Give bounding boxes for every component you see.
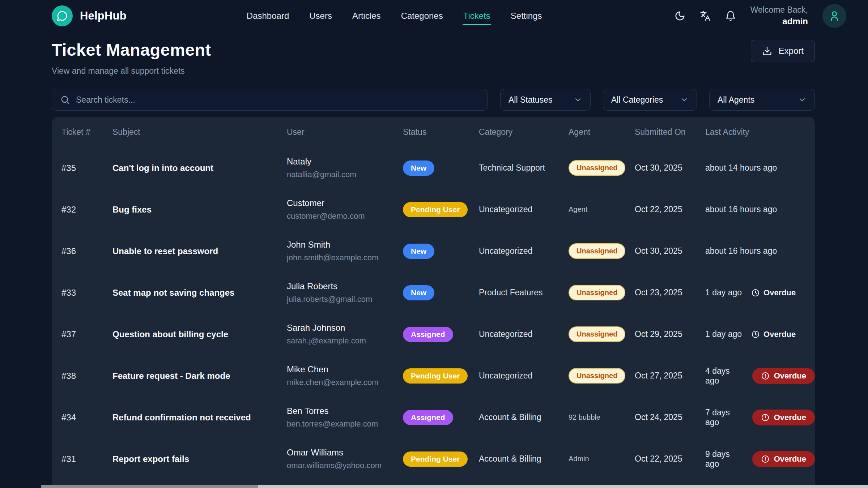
ticket-category: Uncategorized	[479, 205, 569, 214]
last-activity-cell: 7 days ago Overdue	[705, 408, 815, 427]
status-cell: Pending User	[403, 202, 479, 217]
status-cell: New	[403, 285, 479, 300]
last-activity-cell: 1 day ago Overdue	[705, 329, 815, 339]
brand-name: HelpHub	[80, 9, 127, 22]
column-header-activity: Last Activity	[705, 127, 815, 137]
category-filter-dropdown[interactable]: All Categories	[603, 89, 697, 111]
submitted-date: Oct 27, 2025	[635, 371, 705, 381]
last-activity-text: about 16 hours ago	[705, 246, 777, 256]
ticket-subject[interactable]: Seat map not saving changes	[112, 288, 287, 298]
user-name: Omar Williams	[287, 448, 403, 458]
ticket-subject[interactable]: Can't log in into account	[112, 163, 287, 173]
agent-name: Agent	[569, 205, 587, 213]
search-input[interactable]	[76, 95, 480, 105]
table-row[interactable]: #35 Can't log in into account Nataly nat…	[52, 147, 815, 189]
overdue-label: Overdue	[763, 330, 796, 339]
page-title: Ticket Management	[52, 40, 211, 60]
agent-cell: Unassigned	[569, 160, 635, 176]
status-cell: New	[403, 160, 479, 176]
status-cell: New	[403, 244, 479, 259]
table-row[interactable]: #33 Seat map not saving changes Julia Ro…	[52, 272, 815, 313]
chevron-down-icon	[798, 95, 807, 104]
agent-cell: Admin	[569, 455, 635, 463]
last-activity-cell: 9 days ago Overdue	[705, 449, 815, 469]
unassigned-badge: Unassigned	[569, 326, 625, 342]
column-header-category: Category	[479, 127, 569, 137]
ticket-category: Account & Billing	[479, 454, 569, 464]
overdue-label: Overdue	[774, 413, 806, 422]
ticket-number: #32	[61, 205, 112, 215]
table-row[interactable]: #34 Refund confirmation not received Ben…	[52, 397, 815, 438]
ticket-category: Uncategorized	[479, 371, 569, 381]
table-row[interactable]: #32 Bug fixes Customer customer@demo.com…	[52, 189, 815, 230]
bell-icon[interactable]	[725, 10, 736, 21]
column-header-submitted: Submitted On	[635, 127, 705, 137]
nav-item-categories[interactable]: Categories	[400, 1, 444, 30]
last-activity-text: 4 days ago	[705, 366, 743, 386]
submitted-date: Oct 29, 2025	[635, 329, 705, 339]
status-filter-dropdown[interactable]: All Statuses	[500, 89, 591, 111]
column-header-agent: Agent	[569, 127, 635, 137]
nav-item-articles[interactable]: Articles	[352, 1, 382, 30]
agent-filter-value: All Agents	[718, 95, 754, 105]
nav-item-users[interactable]: Users	[309, 1, 333, 30]
export-button[interactable]: Export	[751, 40, 815, 62]
languages-icon[interactable]	[700, 10, 711, 21]
agent-cell: Unassigned	[569, 243, 635, 259]
last-activity-text: about 14 hours ago	[705, 163, 777, 173]
nav-item-dashboard[interactable]: Dashboard	[246, 1, 290, 30]
ticket-number: #36	[61, 246, 112, 256]
ticket-subject[interactable]: Question about billing cycle	[112, 329, 287, 339]
ticket-category: Product Features	[479, 288, 569, 297]
column-header-subject: Subject	[112, 127, 287, 137]
overdue-label: Overdue	[763, 288, 796, 297]
moon-icon[interactable]	[675, 10, 685, 21]
username: admin	[750, 16, 808, 27]
user-avatar[interactable]	[822, 4, 846, 28]
user-name: Ben Torres	[287, 406, 403, 416]
status-cell: Assigned	[403, 410, 479, 425]
ticket-user: John Smith john.smith@example.com	[287, 240, 403, 262]
status-cell: Pending User	[403, 451, 479, 467]
ticket-subject[interactable]: Report export fails	[112, 454, 287, 464]
table-row[interactable]: #36 Unable to reset password John Smith …	[52, 230, 815, 272]
helphub-logo	[52, 5, 73, 26]
user-icon	[828, 10, 841, 22]
nav-item-settings[interactable]: Settings	[510, 1, 543, 30]
last-activity-cell: about 16 hours ago	[705, 246, 815, 256]
user-name: John Smith	[287, 240, 403, 250]
last-activity-text: 1 day ago	[705, 329, 742, 339]
agent-name: Admin	[569, 455, 589, 463]
ticket-subject[interactable]: Unable to reset password	[112, 246, 287, 256]
nav-item-tickets[interactable]: Tickets	[463, 1, 491, 30]
last-activity-cell: 1 day ago Overdue	[705, 288, 815, 297]
ticket-subject[interactable]: Bug fixes	[112, 205, 287, 215]
ticket-subject[interactable]: Refund confirmation not received	[112, 412, 287, 423]
table-row[interactable]: #37 Question about billing cycle Sarah J…	[52, 313, 815, 355]
horizontal-scrollbar[interactable]	[41, 485, 868, 488]
agent-filter-dropdown[interactable]: All Agents	[709, 89, 815, 111]
status-badge: Pending User	[403, 368, 468, 384]
navbar-right: Welcome Back, admin	[675, 4, 846, 28]
ticket-subject[interactable]: Feature request - Dark mode	[112, 371, 287, 381]
table-row[interactable]: #38 Feature request - Dark mode Mike Che…	[52, 355, 815, 397]
scrollbar-thumb[interactable]	[41, 485, 258, 488]
unassigned-badge: Unassigned	[569, 243, 625, 259]
ticket-user: Customer customer@demo.com	[287, 198, 403, 221]
table-row[interactable]: #31 Report export fails Omar Williams om…	[52, 438, 815, 480]
overdue-indicator: Overdue	[751, 330, 796, 339]
user-email: john.smith@example.com	[287, 253, 403, 262]
column-header-user: User	[287, 127, 403, 137]
user-name: Customer	[287, 198, 403, 208]
last-activity-text: about 16 hours ago	[705, 205, 777, 214]
agent-cell: Unassigned	[569, 326, 635, 342]
ticket-user: Mike Chen mike.chen@example.com	[287, 364, 403, 387]
ticket-user: Julia Roberts julia.roberts@gmail.com	[287, 281, 403, 304]
ticket-user: Omar Williams omar.williams@yahoo.com	[287, 448, 403, 470]
alert-circle-icon	[761, 455, 770, 463]
status-badge: New	[403, 244, 434, 259]
user-email: natallia@gmail.com	[287, 170, 403, 179]
ticket-number: #34	[61, 412, 112, 423]
brand[interactable]: HelpHub	[52, 5, 127, 26]
download-icon	[762, 46, 772, 56]
